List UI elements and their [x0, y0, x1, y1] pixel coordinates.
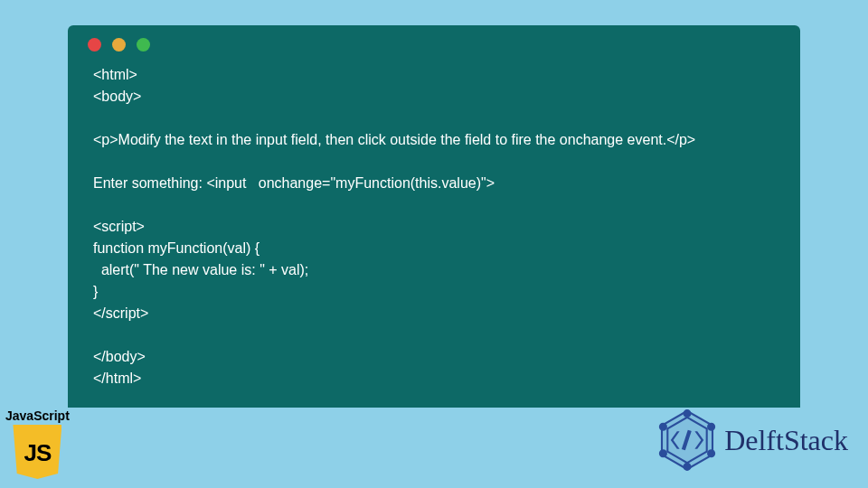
brand-logo-icon [656, 408, 719, 472]
traffic-light-red [88, 38, 101, 52]
javascript-label: JavaScript [5, 408, 70, 423]
javascript-shield-icon: JS [13, 425, 61, 479]
javascript-icon-text: JS [24, 439, 52, 467]
traffic-light-green [137, 38, 150, 52]
svg-point-3 [684, 410, 691, 417]
code-block: <html> <body> <p>Modify the text in the … [86, 64, 782, 389]
svg-point-7 [660, 450, 666, 456]
code-window: <html> <body> <p>Modify the text in the … [68, 25, 800, 408]
javascript-badge: JavaScript JS [5, 408, 70, 479]
svg-point-4 [708, 424, 714, 430]
window-traffic-lights [86, 38, 782, 52]
traffic-light-yellow [112, 38, 126, 52]
svg-point-6 [684, 464, 691, 470]
svg-point-8 [660, 424, 666, 430]
brand-name: DelftStack [724, 424, 848, 457]
svg-point-5 [708, 450, 714, 456]
brand-area: DelftStack [656, 408, 848, 472]
